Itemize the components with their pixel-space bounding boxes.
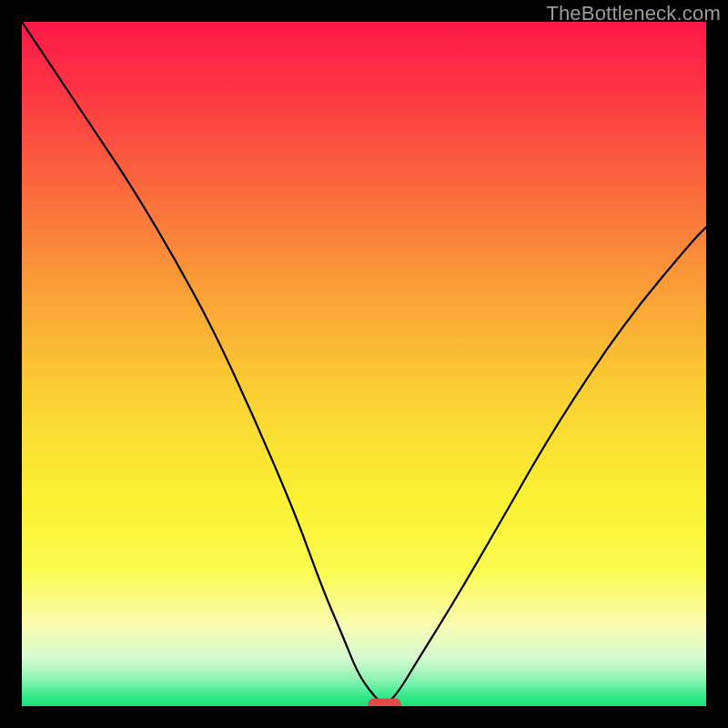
chart-frame: TheBottleneck.com	[0, 0, 728, 728]
plot-area	[22, 22, 706, 706]
bottleneck-curve	[22, 22, 706, 703]
curve-layer	[22, 22, 706, 706]
minimum-marker	[369, 699, 401, 707]
watermark-text: TheBottleneck.com	[546, 2, 721, 25]
